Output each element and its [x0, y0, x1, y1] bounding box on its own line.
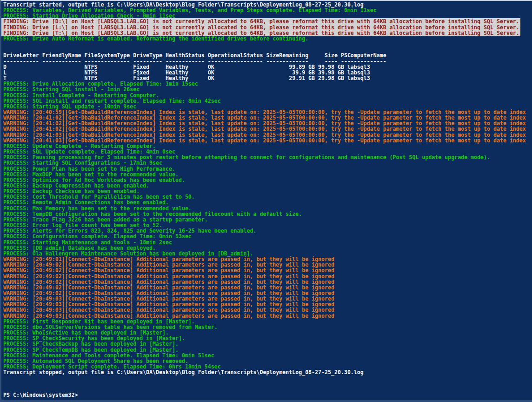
console-line: PROCESS: Starting SQL Configurations - 1…	[3, 160, 532, 166]
console-line: PROCESS: Configurations complete. Elapse…	[3, 234, 532, 239]
console-blank-line	[3, 381, 532, 386]
console-line: PROCESS: Drive Auto Reformat is enabled.…	[3, 36, 532, 41]
console-line: WARNING: [20:49:02][Connect-DbaInstance]…	[3, 279, 532, 285]
console-line: PROCESS: Starting Maintenance and tools …	[3, 240, 532, 245]
console-line: WARNING: [20:41:02][Get-DbaBuildReferenc…	[3, 126, 532, 132]
console-blank-line	[3, 387, 532, 392]
console-blank-line	[3, 375, 532, 381]
console-line: PROCESS: Power Plan has been set to High…	[3, 166, 532, 172]
console-line: PROCESS: Max Memory has been set to the …	[3, 206, 532, 211]
console-line: PROCESS: Remote Admin Connections has be…	[3, 200, 532, 205]
powershell-console-window[interactable]: Transcript started, output file is C:\Us…	[0, 0, 532, 402]
console-line: WARNING: [20:49:03][Connect-DbaInstance]…	[3, 307, 532, 313]
console-line: PROCESS: SP_CheckBackup has been deploye…	[3, 341, 532, 347]
console-line: FINDING: Drive [D:\] on Host [LABSQL3.LA…	[3, 19, 532, 24]
console-line: PROCESS: Starting SQL install - 1min 26s…	[3, 87, 532, 92]
console-blank-line	[3, 41, 532, 47]
console-line: PROCESS: SQL Install and restart complet…	[3, 98, 532, 104]
console-output: Transcript started, output file is C:\Us…	[3, 2, 532, 398]
console-line: PROCESS: Install Complete - Restarting C…	[3, 93, 532, 98]
console-line: Transcript stopped, output file is C:\Us…	[3, 369, 532, 375]
console-prompt-line[interactable]: PS C:\Windows\system32>	[3, 392, 532, 398]
console-line: WARNING: [20:49:02][Connect-DbaInstance]…	[3, 274, 532, 279]
console-line: WARNING: [20:41:03][Get-DbaBuildReferenc…	[3, 132, 532, 138]
console-line: FINDING: Drive [L:\] on Host [LABSQL3.LA…	[3, 25, 532, 30]
console-line: PROCESS: SP_CheckTempDB has been deploye…	[3, 347, 532, 353]
console-line: ----------- ------------ -------------- …	[3, 59, 532, 64]
console-line: WARNING: [20:49:03][Connect-DbaInstance]…	[3, 313, 532, 319]
console-line: DriveLetter FriendlyName FileSystemType …	[3, 53, 532, 58]
console-line: WARNING: [20:49:02][Connect-DbaInstance]…	[3, 268, 532, 273]
